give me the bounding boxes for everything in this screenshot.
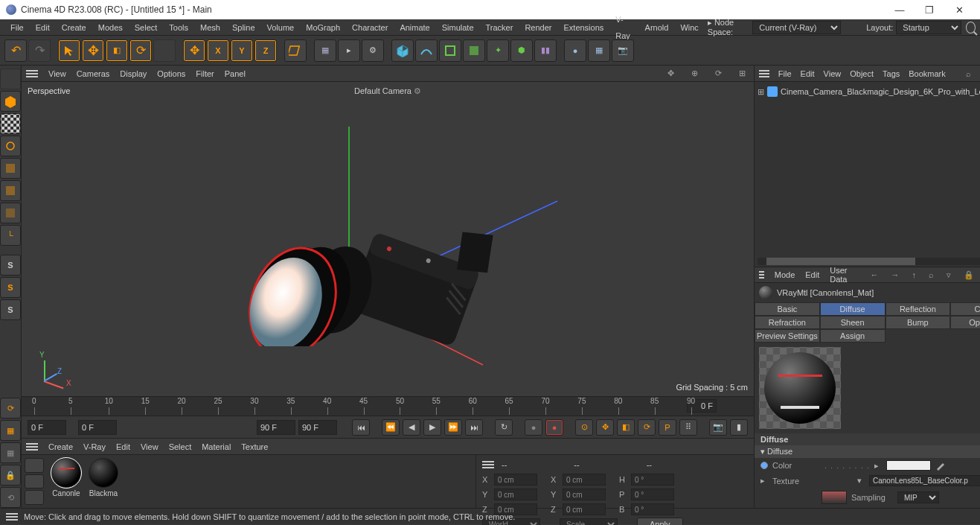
bake-button[interactable]: 📷 bbox=[709, 419, 727, 436]
lock-1[interactable]: 🔒 bbox=[0, 465, 21, 486]
material-thumb-1[interactable]: Blackma bbox=[87, 458, 120, 505]
timeline[interactable]: 051015202530354045505560657075808590 bbox=[22, 396, 754, 416]
lock-2[interactable]: ⟲ bbox=[0, 487, 21, 508]
attr-mode[interactable]: Mode bbox=[775, 270, 795, 279]
obj-search-icon[interactable]: ⌕ bbox=[966, 69, 973, 78]
render-settings[interactable]: ▦ bbox=[314, 39, 336, 62]
live-select[interactable] bbox=[0, 69, 21, 89]
menu-edit[interactable]: Edit bbox=[30, 19, 56, 36]
autokey[interactable]: ⊙ bbox=[575, 419, 593, 436]
menu-volume[interactable]: Volume bbox=[261, 19, 301, 36]
vp-display[interactable]: Display bbox=[120, 69, 147, 78]
cube-primitive[interactable] bbox=[391, 39, 414, 62]
material-thumb-0[interactable]: Canonle bbox=[50, 458, 83, 505]
tab-assign[interactable]: Assign bbox=[820, 329, 885, 343]
coord-B-rot[interactable] bbox=[631, 503, 674, 515]
axis-mode[interactable]: └ bbox=[0, 225, 21, 246]
sampling-select[interactable]: MIP bbox=[897, 491, 939, 503]
menu-render[interactable]: Render bbox=[519, 19, 557, 36]
menu-mograph[interactable]: MoGraph bbox=[300, 19, 346, 36]
tab-reflection[interactable]: Reflection bbox=[885, 302, 951, 316]
tab-basic[interactable]: Basic bbox=[755, 302, 820, 316]
scene-tool[interactable]: 📷 bbox=[612, 39, 634, 62]
mat-select[interactable]: Select bbox=[169, 442, 192, 451]
menu-file[interactable]: File bbox=[4, 19, 30, 36]
eyedropper-icon[interactable] bbox=[935, 460, 946, 471]
attr-search-icon[interactable]: ⌕ bbox=[929, 270, 934, 279]
tab-diffuse[interactable]: Diffuse bbox=[820, 302, 885, 316]
key-grid[interactable]: ⠿ bbox=[679, 419, 697, 436]
scale-tool[interactable]: ◧ bbox=[106, 39, 128, 62]
coord-Z-size[interactable] bbox=[563, 503, 606, 515]
coord-hamburger-icon[interactable] bbox=[482, 461, 494, 468]
mograph[interactable]: ⬢ bbox=[510, 39, 533, 62]
layout-select[interactable]: Startup bbox=[896, 21, 961, 34]
vp-layout-icon[interactable]: ⊞ bbox=[739, 69, 749, 79]
prev-key[interactable]: ⏪ bbox=[382, 419, 400, 436]
goto-end[interactable]: ⏭ bbox=[465, 419, 483, 436]
record-off[interactable]: ● bbox=[525, 419, 542, 436]
point-mode[interactable] bbox=[0, 158, 21, 179]
color-swatch[interactable] bbox=[886, 460, 931, 471]
node-space-select[interactable]: Current (V-Ray) bbox=[752, 21, 841, 34]
menu-tracker[interactable]: Tracker bbox=[480, 19, 519, 36]
apply-button[interactable]: Apply bbox=[637, 518, 683, 525]
obj-bookmarks[interactable]: Bookmark bbox=[909, 69, 946, 78]
redo-button[interactable]: ↷ bbox=[28, 39, 51, 62]
field[interactable]: ✦ bbox=[487, 39, 509, 62]
vp-view[interactable]: View bbox=[48, 69, 66, 78]
vp-rotate-icon[interactable]: ⟳ bbox=[715, 69, 726, 79]
record-button[interactable]: ● bbox=[545, 419, 563, 436]
tab-refraction[interactable]: Refraction bbox=[755, 316, 820, 329]
tab-bump[interactable]: Bump bbox=[885, 316, 951, 329]
attr-edit[interactable]: Edit bbox=[805, 270, 819, 279]
object-tree[interactable]: ⊞ Cinema_Camera_Blackmagic_Design_6K_Pro… bbox=[755, 82, 980, 267]
vp-zoom-icon[interactable]: ⊕ bbox=[691, 69, 702, 79]
vp-options[interactable]: Options bbox=[157, 69, 185, 78]
x-axis[interactable]: X bbox=[207, 39, 229, 62]
menu-tools[interactable]: Tools bbox=[163, 19, 194, 36]
tab-options[interactable]: Options bbox=[950, 316, 980, 329]
menu-mesh[interactable]: Mesh bbox=[194, 19, 226, 36]
workplane[interactable] bbox=[0, 136, 21, 156]
object-hamburger-icon[interactable] bbox=[759, 70, 769, 77]
coord-P-rot[interactable] bbox=[631, 489, 674, 500]
tab-sheen[interactable]: Sheen bbox=[820, 316, 885, 329]
coord-mode-2[interactable]: Scale bbox=[560, 518, 618, 525]
render-region[interactable]: ⚙ bbox=[362, 39, 384, 62]
mat-filter-1[interactable] bbox=[25, 458, 44, 473]
coord-Y-size[interactable] bbox=[563, 489, 606, 500]
sound-button[interactable]: ▮ bbox=[730, 419, 748, 436]
vp-filter[interactable]: Filter bbox=[196, 69, 214, 78]
menu-create[interactable]: Create bbox=[56, 19, 92, 36]
generator[interactable] bbox=[439, 39, 461, 62]
grid-2[interactable]: ▦ bbox=[0, 442, 21, 463]
maximize-button[interactable]: ❐ bbox=[915, 0, 944, 19]
coord-Y-pos[interactable] bbox=[494, 489, 537, 500]
menu-spline[interactable]: Spline bbox=[226, 19, 261, 36]
search-icon[interactable] bbox=[966, 22, 976, 34]
grid-1[interactable]: ▦ bbox=[0, 420, 21, 441]
tab-preview[interactable]: Preview Settings bbox=[755, 329, 820, 343]
expand-icon[interactable]: ⊞ bbox=[758, 87, 764, 97]
undo-button[interactable]: ↶ bbox=[4, 39, 27, 62]
attr-back-icon[interactable]: ← bbox=[871, 270, 879, 279]
mat-texture[interactable]: Texture bbox=[241, 442, 268, 451]
obj-view[interactable]: View bbox=[824, 69, 842, 78]
texture-field[interactable]: CanonLens85L_BaseColor.p bbox=[869, 475, 980, 486]
polygon-mode[interactable] bbox=[0, 203, 21, 223]
deformer[interactable] bbox=[463, 39, 485, 62]
vp-nav-icon[interactable]: ✥ bbox=[667, 69, 678, 79]
rotate-tool[interactable]: ⟳ bbox=[129, 39, 152, 62]
mat-vray[interactable]: V-Ray bbox=[83, 442, 106, 451]
vp-cameras[interactable]: Cameras bbox=[77, 69, 110, 78]
coord-X-pos[interactable] bbox=[494, 474, 537, 486]
key-scale[interactable]: ◧ bbox=[617, 419, 635, 436]
select-tool[interactable] bbox=[58, 39, 80, 62]
move-tool[interactable]: ✥ bbox=[82, 39, 104, 62]
prev-frame[interactable]: ◀ bbox=[403, 419, 420, 436]
snap-s1[interactable]: S bbox=[0, 255, 21, 276]
goto-start[interactable]: ⏮ bbox=[352, 419, 370, 436]
coord-X-size[interactable] bbox=[563, 474, 606, 486]
menu-animate[interactable]: Animate bbox=[394, 19, 435, 36]
